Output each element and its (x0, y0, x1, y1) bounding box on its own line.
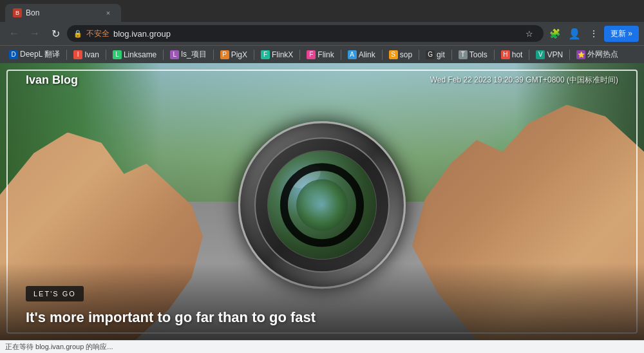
bookmark-ls-project-icon: L (170, 50, 179, 59)
extensions-icon: 🧩 (549, 28, 560, 39)
url-text: blog.ivan.group (113, 29, 518, 39)
star-button[interactable]: ☆ (522, 26, 537, 41)
lens-middle-ring (254, 137, 390, 272)
bookmark-ivan-icon: I (73, 50, 82, 59)
extensions-button[interactable]: 🧩 (546, 24, 564, 43)
bottom-overlay (0, 263, 644, 340)
bookmark-pigx[interactable]: P PigX (216, 49, 251, 61)
bookmark-separator-12 (529, 50, 529, 60)
webpage: Ivan Blog Wed Feb 22 2023 19:20:39 GMT+0… (0, 63, 644, 340)
bookmark-pigx-icon: P (220, 50, 229, 59)
bookmark-linksame[interactable]: L Linksame (109, 49, 160, 61)
bookmark-hot-icon: H (501, 50, 510, 59)
bookmark-separator-3 (163, 50, 164, 60)
active-tab[interactable]: B Bon × (5, 4, 121, 22)
blog-datetime: Wed Feb 22 2023 19:20:39 GMT+0800 (中国标准时… (430, 75, 618, 86)
bookmark-separator-1 (66, 50, 67, 60)
lock-icon: 🔒 (73, 30, 82, 38)
bookmark-alink[interactable]: A Alink (344, 49, 379, 61)
bookmark-separator-7 (341, 50, 341, 60)
bookmark-flink-icon: F (307, 50, 316, 59)
bookmark-foreign-icon: ⭐ (576, 50, 585, 59)
bookmark-vpn-icon: V (536, 50, 545, 59)
bookmark-separator-4 (213, 50, 214, 60)
bookmark-tools[interactable]: T Tools (455, 49, 491, 61)
forward-button[interactable]: → (26, 24, 44, 43)
bookmark-separator-13 (569, 50, 570, 60)
bookmark-flink[interactable]: F Flink (303, 49, 337, 61)
bookmark-sop-icon: S (389, 50, 398, 59)
tab-favicon: B (13, 8, 22, 17)
bookmark-separator-5 (254, 50, 254, 60)
bookmarks-bar: D DeepL 翻译 I Ivan L Linksame L ls_项目 P P… (0, 45, 644, 63)
address-actions: ☆ (522, 26, 537, 41)
bookmark-sop[interactable]: S sop (385, 49, 416, 61)
status-text: 正在等待 blog.ivan.group 的响应... (5, 342, 113, 352)
bookmark-ls-project[interactable]: L ls_项目 (166, 48, 210, 61)
lens-glass (267, 150, 377, 260)
status-bar: 正在等待 blog.ivan.group 的响应... (0, 340, 644, 353)
profile-icon: 👤 (568, 28, 581, 40)
profile-button[interactable]: 👤 (565, 24, 583, 43)
bookmark-foreign[interactable]: ⭐ 外网热点 (573, 48, 622, 61)
reload-button[interactable]: ↻ (46, 24, 64, 43)
lens-center (296, 179, 348, 231)
lens-inner-ring (280, 163, 364, 247)
address-bar-row: ← → ↻ 🔒 不安全 blog.ivan.group ☆ 🧩 👤 ⋮ 更新 » (0, 22, 644, 45)
browser-chrome: B Bon × ← → ↻ 🔒 不安全 blog.ivan.group ☆ 🧩 … (0, 0, 644, 63)
bookmark-alink-icon: A (348, 50, 357, 59)
bookmark-vpn[interactable]: V VPN (532, 49, 567, 61)
tab-close-button[interactable]: × (103, 8, 113, 18)
tab-title: Bon (26, 8, 39, 17)
bookmark-deepl-icon: D (9, 50, 18, 59)
bookmark-git[interactable]: G git (422, 49, 449, 61)
lets-go-badge: LET'S GO (26, 286, 84, 301)
bookmark-separator-9 (419, 50, 419, 60)
bookmark-separator-2 (106, 50, 106, 60)
bookmark-ivan[interactable]: I Ivan (70, 49, 103, 61)
bookmark-flinkx[interactable]: F FlinkX (257, 49, 297, 61)
bookmark-git-icon: G (426, 50, 435, 59)
tagline: It's more important to go far than to go… (26, 309, 316, 326)
bookmark-flinkx-icon: F (261, 50, 270, 59)
blog-title: Ivan Blog (26, 73, 78, 87)
more-button[interactable]: ⋮ (585, 24, 603, 43)
toolbar-right: 🧩 👤 ⋮ 更新 » (546, 24, 639, 43)
bookmark-linksame-icon: L (113, 50, 122, 59)
tab-bar: B Bon × (0, 0, 644, 22)
blog-header: Ivan Blog Wed Feb 22 2023 19:20:39 GMT+0… (0, 73, 644, 87)
bookmark-separator-6 (299, 50, 300, 60)
bookmark-hot[interactable]: H hot (497, 49, 527, 61)
update-button[interactable]: 更新 » (604, 26, 639, 42)
address-box[interactable]: 🔒 不安全 blog.ivan.group ☆ (67, 25, 544, 42)
security-warning: 不安全 (86, 28, 109, 39)
bookmark-separator-11 (494, 50, 495, 60)
more-icon: ⋮ (589, 28, 598, 39)
bookmark-separator-8 (382, 50, 383, 60)
back-button[interactable]: ← (5, 24, 23, 43)
bookmark-deepl[interactable]: D DeepL 翻译 (5, 48, 64, 61)
bookmark-separator-10 (451, 50, 452, 60)
bookmark-tools-icon: T (459, 50, 468, 59)
